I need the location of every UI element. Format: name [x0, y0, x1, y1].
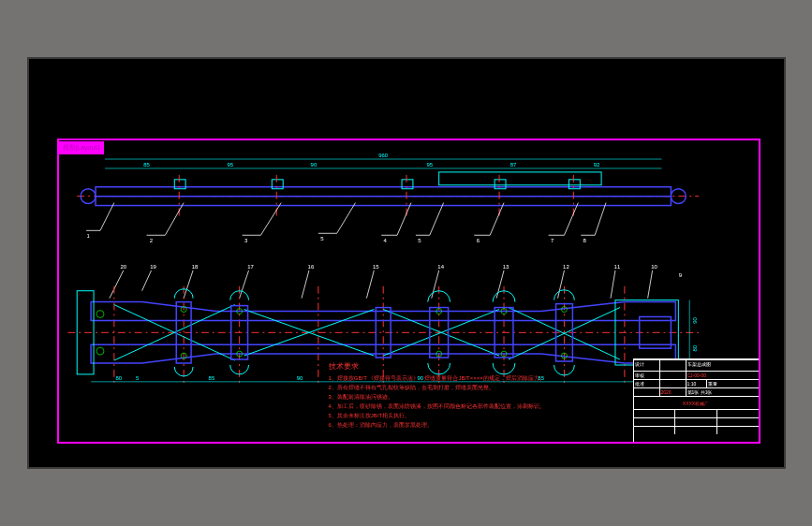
svg-text:5: 5 — [135, 375, 139, 381]
svg-text:80: 80 — [115, 375, 122, 381]
cad-viewport[interactable]: 模型|Layout1 960 85 95 90 95 87 92 1 2 3 5… — [27, 57, 786, 469]
svg-line-36 — [490, 203, 504, 236]
svg-line-40 — [595, 203, 606, 236]
svg-line-56 — [366, 270, 374, 299]
svg-text:1: 1 — [86, 233, 90, 239]
technical-notes: 技术要求 1、焊接按GB/T 《焊接符号表示法》，焊缝质量符合JB/T××××的… — [329, 362, 545, 430]
svg-text:20: 20 — [120, 264, 126, 270]
svg-text:90: 90 — [310, 162, 317, 168]
svg-line-57 — [431, 270, 438, 299]
svg-line-58 — [496, 270, 504, 299]
notes-title: 技术要求 — [329, 362, 545, 372]
svg-text:16: 16 — [307, 264, 314, 270]
svg-text:92: 92 — [593, 162, 599, 168]
svg-line-55 — [302, 270, 309, 299]
svg-text:95: 95 — [426, 162, 433, 168]
svg-text:19: 19 — [150, 264, 156, 270]
svg-text:15: 15 — [372, 264, 378, 270]
svg-text:18: 18 — [191, 264, 198, 270]
note-line: 2、所有焊缝不得有气孔裂纹等缺陷，去毛刺打磨，焊缝表面光整。 — [329, 383, 545, 392]
svg-text:85: 85 — [143, 162, 150, 168]
note-line: 3、装配前清除油污锈迹。 — [329, 392, 545, 402]
svg-text:5: 5 — [320, 236, 324, 241]
svg-text:12: 12 — [563, 264, 569, 270]
svg-text:85: 85 — [208, 375, 214, 381]
note-line: 4、加工后，喷砂除锈，表面涂防锈漆，按图不同颜色标记各部件装配位置，涂刷标识。 — [329, 402, 545, 411]
svg-text:87: 87 — [509, 162, 516, 168]
svg-line-60 — [611, 270, 615, 299]
svg-text:10: 10 — [651, 264, 657, 270]
svg-line-38 — [564, 203, 578, 236]
svg-line-26 — [165, 203, 184, 236]
svg-rect-23 — [438, 172, 600, 185]
dim-span: 960 — [378, 153, 389, 158]
svg-text:80: 80 — [692, 344, 698, 351]
svg-text:14: 14 — [437, 264, 444, 270]
svg-text:3: 3 — [244, 238, 247, 243]
title-block: 设计 车架总成图 审核 CJ-00-00 批准 1:10 重量 2020 第1张… — [633, 358, 760, 443]
svg-line-24 — [100, 203, 114, 231]
svg-text:17: 17 — [247, 264, 254, 270]
svg-line-30 — [336, 203, 355, 234]
svg-text:5: 5 — [418, 238, 421, 243]
svg-line-61 — [647, 270, 652, 299]
svg-text:11: 11 — [613, 264, 620, 270]
svg-line-54 — [239, 270, 248, 299]
tb-checker-label: 审核 — [634, 372, 660, 379]
svg-text:8: 8 — [583, 238, 586, 243]
svg-text:7: 7 — [550, 238, 553, 243]
svg-line-34 — [429, 203, 443, 236]
tb-designer-label: 设计 — [634, 360, 660, 371]
svg-text:6: 6 — [476, 238, 480, 243]
tb-part-name: 车架总成图 — [687, 360, 759, 371]
note-line: 1、焊接按GB/T 《焊接符号表示法》，焊缝质量符合JB/T××××的规定，焊后… — [329, 373, 545, 383]
svg-text:90: 90 — [692, 316, 698, 323]
note-line: 5、其余未标注按JB/T相关执行。 — [329, 411, 545, 420]
tb-company: XXXX机械厂 — [634, 397, 759, 409]
svg-line-28 — [260, 203, 281, 236]
svg-line-59 — [557, 270, 564, 299]
svg-point-101 — [96, 311, 104, 318]
svg-line-52 — [141, 270, 151, 291]
svg-line-51 — [109, 270, 123, 299]
svg-text:13: 13 — [502, 264, 509, 270]
tb-drawing-no: CJ-00-00 — [687, 372, 759, 379]
svg-text:90: 90 — [296, 375, 303, 381]
svg-text:2: 2 — [149, 238, 152, 243]
tb-approver-label: 批准 — [634, 380, 660, 387]
svg-text:9: 9 — [678, 272, 682, 278]
note-line: 6、热处理：消除内应力，表面发黑处理。 — [329, 420, 545, 430]
svg-text:4: 4 — [383, 238, 387, 243]
svg-line-32 — [397, 203, 411, 236]
svg-text:95: 95 — [227, 162, 233, 168]
svg-point-102 — [96, 347, 104, 355]
